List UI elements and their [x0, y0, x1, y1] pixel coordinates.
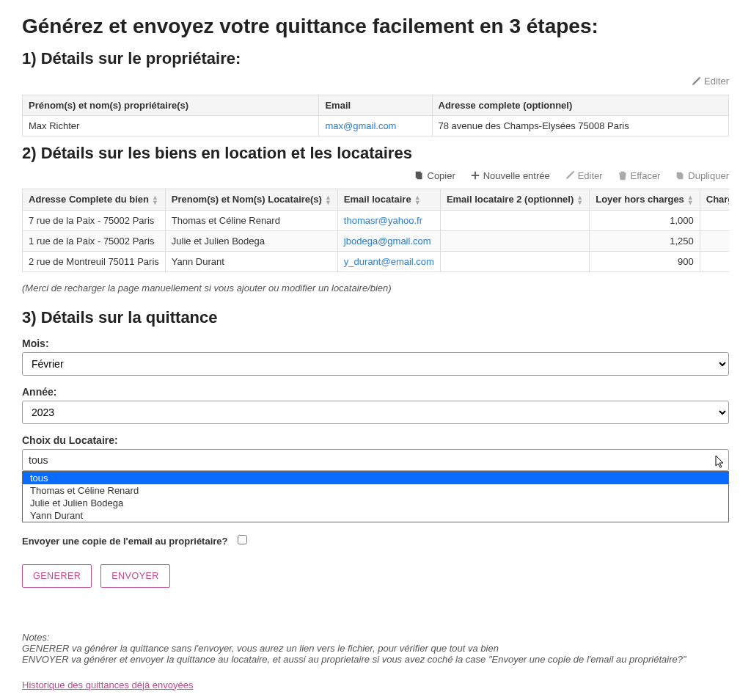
editer-tenant-button[interactable]: Editer — [565, 170, 603, 181]
copier-label: Copier — [428, 170, 455, 181]
sort-icon: ▲▼ — [687, 195, 694, 205]
duplicate-icon — [675, 170, 685, 181]
cell-email2 — [440, 251, 589, 271]
owner-email-link[interactable]: max@gmail.com — [325, 120, 396, 131]
table-row[interactable]: 2 rue de Montreuil 75011 ParisYann Duran… — [23, 251, 730, 271]
tenant-header-email[interactable]: Email locataire▲▼ — [337, 189, 440, 211]
pencil-icon — [691, 76, 701, 87]
owner-row[interactable]: Max Richter max@gmail.com 78 avenue des … — [23, 115, 729, 136]
sort-icon: ▲▼ — [414, 195, 421, 205]
locataire-selected-value: tous — [29, 454, 48, 466]
table-row[interactable]: 7 rue de la Paix - 75002 ParisThomas et … — [23, 210, 730, 230]
cell-loyer: 1,000 — [590, 210, 700, 230]
effacer-label: Effacer — [631, 170, 661, 181]
history-link[interactable]: Historique des quittances déjà envoyées — [22, 679, 193, 690]
mois-select[interactable]: Février — [22, 352, 729, 376]
owner-header-email: Email — [319, 95, 432, 115]
tenant-email-link[interactable]: thomasr@yahoo.fr — [344, 215, 422, 226]
pencil-icon — [565, 170, 575, 181]
dupliquer-label: Dupliquer — [688, 170, 729, 181]
tenant-header-nom[interactable]: Prenom(s) et Nom(s) Locataire(s)▲▼ — [165, 189, 337, 211]
cell-adresse: 1 rue de la Paix - 75002 Paris — [23, 230, 166, 251]
cell-email: y_durant@email.com — [337, 251, 440, 271]
annee-label: Année: — [22, 386, 729, 398]
page-title: Générez et envoyez votre quittance facil… — [22, 15, 729, 38]
cell-charges: 80 — [700, 210, 729, 230]
copy-owner-label: Envoyer une copie de l'email au propriét… — [22, 536, 228, 547]
owner-table: Prénom(s) et nom(s) propriétaire(s) Emai… — [22, 95, 729, 136]
cell-email: jbodega@gmail.com — [337, 230, 440, 251]
trash-icon — [618, 170, 628, 181]
cell-loyer: 1,250 — [590, 230, 700, 251]
editer-owner-label: Editer — [704, 76, 729, 87]
owner-email: max@gmail.com — [319, 115, 432, 136]
reload-note: (Merci de recharger la page manuellement… — [22, 282, 729, 294]
tenant-header-email2[interactable]: Email locataire 2 (optionnel)▲▼ — [440, 189, 589, 211]
editer-tenant-label: Editer — [578, 170, 603, 181]
owner-header-address: Adresse complete (optionnel) — [432, 95, 728, 115]
effacer-button[interactable]: Effacer — [618, 170, 661, 181]
cell-adresse: 2 rue de Montreuil 75011 Paris — [23, 251, 166, 271]
tenant-header-adresse[interactable]: Adresse Complete du bien▲▼ — [23, 189, 166, 211]
cursor-icon — [715, 455, 725, 470]
dupliquer-button[interactable]: Dupliquer — [675, 170, 729, 181]
tenant-header-charges[interactable]: Charges▲▼ — [700, 189, 729, 211]
annee-select[interactable]: 2023 — [22, 401, 729, 424]
tenant-email-link[interactable]: y_durant@email.com — [344, 256, 434, 267]
cell-nom: Yann Durant — [165, 251, 337, 271]
notes-line1: GENERER va générer la quittance sans l'e… — [22, 643, 729, 654]
cell-charges: 125 — [700, 230, 729, 251]
generer-button[interactable]: GENERER — [22, 564, 92, 588]
locataire-dropdown-list[interactable]: tousThomas et Céline RenardJulie et Juli… — [22, 471, 729, 522]
sort-icon: ▲▼ — [576, 195, 583, 205]
cell-email2 — [440, 210, 589, 230]
locataire-option[interactable]: tous — [23, 472, 728, 484]
section1-heading: 1) Détails sur le propriétaire: — [22, 49, 729, 68]
plus-icon — [470, 170, 480, 181]
notes-line2: ENVOYER va générer et envoyer la quittan… — [22, 654, 729, 665]
locataire-option[interactable]: Julie et Julien Bodega — [23, 497, 728, 509]
copy-owner-checkbox[interactable] — [238, 535, 247, 544]
locataire-option[interactable]: Thomas et Céline Renard — [23, 484, 728, 497]
owner-name: Max Richter — [23, 115, 319, 136]
copy-icon — [414, 170, 425, 181]
locataire-option[interactable]: Yann Durant — [23, 509, 728, 522]
envoyer-button[interactable]: ENVOYER — [100, 564, 170, 588]
cell-charges: 75 — [700, 251, 729, 271]
tenant-email-link[interactable]: jbodega@gmail.com — [344, 236, 431, 247]
nouvelle-entree-button[interactable]: Nouvelle entrée — [470, 170, 550, 181]
cell-loyer: 900 — [590, 251, 700, 271]
owner-address: 78 avenue des Champs-Elysées 75008 Paris — [432, 115, 728, 136]
cell-nom: Julie et Julien Bodega — [165, 230, 337, 251]
mois-label: Mois: — [22, 338, 729, 349]
cell-email2 — [440, 230, 589, 251]
locataire-select[interactable]: tous — [22, 449, 729, 471]
cell-nom: Thomas et Céline Renard — [165, 210, 337, 230]
sort-icon: ▲▼ — [152, 195, 158, 205]
editer-owner-button[interactable]: Editer — [691, 76, 729, 87]
owner-header-name: Prénom(s) et nom(s) propriétaire(s) — [23, 95, 319, 115]
sort-icon: ▲▼ — [325, 195, 331, 205]
nouvelle-entree-label: Nouvelle entrée — [483, 170, 550, 181]
notes-title: Notes: — [22, 632, 729, 643]
tenants-table: Adresse Complete du bien▲▼ Prenom(s) et … — [22, 189, 729, 272]
tenant-header-loyer[interactable]: Loyer hors charges▲▼ — [590, 189, 700, 211]
cell-email: thomasr@yahoo.fr — [337, 210, 440, 230]
cell-adresse: 7 rue de la Paix - 75002 Paris — [23, 210, 166, 230]
locataire-label: Choix du Locataire: — [22, 434, 729, 446]
section2-heading: 2) Détails sur les biens en location et … — [22, 144, 729, 163]
section3-heading: 3) Détails sur la quittance — [22, 308, 729, 327]
table-row[interactable]: 1 rue de la Paix - 75002 ParisJulie et J… — [23, 230, 730, 251]
copier-button[interactable]: Copier — [414, 170, 455, 181]
